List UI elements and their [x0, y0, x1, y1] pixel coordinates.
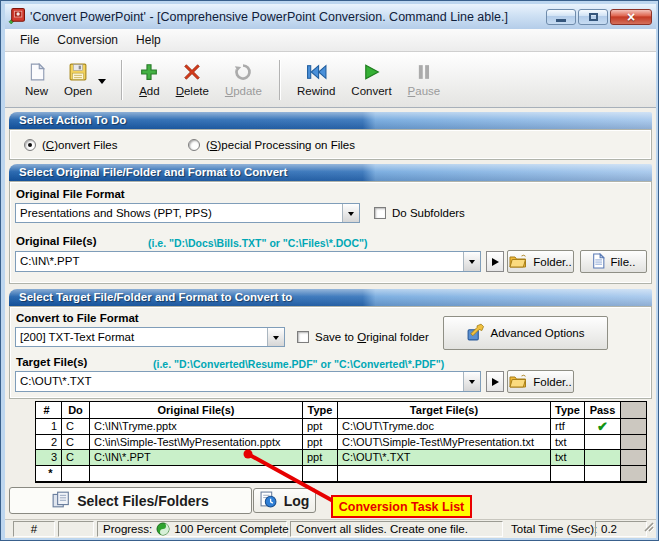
cell-pass[interactable] — [585, 450, 621, 466]
rewind-button-label: Rewind — [297, 85, 335, 97]
save-to-original-checkbox[interactable] — [297, 331, 309, 343]
play-icon — [492, 258, 499, 266]
cell-type1[interactable]: ppt — [303, 435, 338, 451]
add-button[interactable]: Add — [131, 59, 167, 100]
table-row-new[interactable]: * — [36, 466, 646, 482]
status-empty-panel — [58, 521, 94, 537]
status-hash-panel: # — [13, 521, 55, 537]
folder-icon — [509, 373, 527, 390]
delete-button-label: Delete — [176, 85, 209, 97]
original-format-dropdown-arrow[interactable] — [342, 204, 359, 222]
play-icon — [492, 378, 499, 386]
original-file-button[interactable]: File.. — [580, 250, 647, 273]
tab-log-label: Log — [284, 493, 310, 509]
resize-grip[interactable] — [642, 518, 654, 536]
target-format-value: [200] TXT-Text Format — [16, 328, 267, 346]
open-dropdown-arrow[interactable] — [98, 79, 106, 88]
grid-header-filler — [621, 402, 646, 419]
target-apply-button[interactable] — [486, 371, 504, 392]
cell-type1[interactable]: ppt — [303, 419, 338, 435]
cell-type2[interactable]: txt — [551, 435, 585, 451]
cell-original[interactable] — [90, 466, 303, 482]
original-format-combobox[interactable]: Presentations and Shows (PPT, PPS) — [15, 203, 360, 223]
delete-button[interactable]: Delete — [168, 59, 217, 100]
conversion-task-grid: # Do Original File(s) Type Target File(s… — [35, 401, 647, 483]
menu-help[interactable]: Help — [127, 30, 170, 50]
cell-original[interactable]: C:\IN\*.PPT — [90, 450, 303, 466]
maximize-button[interactable] — [578, 9, 608, 25]
open-floppy-icon — [69, 62, 87, 82]
convert-button[interactable]: Convert — [343, 59, 399, 100]
convert-files-radio[interactable] — [24, 139, 36, 151]
new-document-icon — [29, 62, 45, 82]
advanced-options-button-label: Advanced Options — [491, 327, 585, 339]
cell-do[interactable]: C — [62, 450, 90, 466]
minimize-button[interactable] — [546, 9, 576, 25]
file-icon — [592, 253, 605, 271]
original-files-value: C:\IN\*.PPT — [16, 252, 463, 271]
cell-original[interactable]: C:\IN\Tryme.pptx — [90, 419, 303, 435]
target-format-combobox[interactable]: [200] TXT-Text Format — [15, 327, 285, 347]
original-files-dropdown-arrow[interactable] — [463, 252, 480, 271]
new-button[interactable]: New — [17, 59, 56, 100]
close-button[interactable]: × — [610, 9, 652, 25]
cell-target[interactable]: C:\OUT\Simple-Test\MyPresentation.txt — [338, 435, 551, 451]
cell-target[interactable]: C:\OUT\Tryme.doc — [338, 419, 551, 435]
target-folder-button[interactable]: Folder.. — [507, 370, 574, 393]
cell-type2[interactable]: txt — [551, 450, 585, 466]
cell-target[interactable]: C:\OUT\*.TXT — [338, 450, 551, 466]
original-folder-button[interactable]: Folder.. — [507, 250, 574, 273]
table-row[interactable]: 1 C C:\IN\Tryme.pptx ppt C:\OUT\Tryme.do… — [36, 419, 646, 435]
pause-button[interactable]: Pause — [400, 59, 449, 100]
cell-num[interactable]: 2 — [36, 435, 62, 451]
total-time-value-panel: 0.2 — [595, 521, 647, 537]
target-files-combobox[interactable]: C:\OUT\*.TXT — [15, 371, 481, 392]
do-subfolders-checkbox[interactable] — [374, 207, 386, 219]
cell-type1[interactable] — [303, 466, 338, 482]
cell-target[interactable] — [338, 466, 551, 482]
section-header-action: Select Action To Do — [9, 112, 652, 129]
table-row-highlighted[interactable]: 3 C C:\IN\*.PPT ppt C:\OUT\*.TXT txt — [36, 450, 646, 466]
cell-type2[interactable]: rtf — [551, 419, 585, 435]
cell-do[interactable]: C — [62, 419, 90, 435]
tab-select-files-folders[interactable]: Select Files/Folders — [9, 487, 252, 514]
rewind-button[interactable]: Rewind — [289, 59, 343, 100]
advanced-options-button[interactable]: Advanced Options — [443, 316, 608, 350]
update-button[interactable]: Update — [217, 59, 270, 100]
open-button[interactable]: Open — [56, 59, 100, 100]
pause-icon — [416, 62, 432, 82]
cell-do[interactable] — [62, 466, 90, 482]
cell-num[interactable]: * — [36, 466, 62, 482]
table-row[interactable]: 2 C C:\in\Simple-Test\MyPresentation.ppt… — [36, 435, 646, 451]
menu-file[interactable]: File — [11, 30, 48, 50]
minimize-icon — [556, 19, 566, 22]
target-format-label: Convert to File Format — [16, 312, 139, 324]
target-files-dropdown-arrow[interactable] — [463, 372, 480, 391]
cell-do[interactable]: C — [62, 435, 90, 451]
target-format-dropdown-arrow[interactable] — [267, 328, 284, 346]
total-time-label: Total Time (Sec): — [511, 523, 597, 535]
conversion-task-list-callout: Conversion Task List — [331, 495, 472, 518]
menu-conversion[interactable]: Conversion — [48, 30, 127, 50]
cell-original[interactable]: C:\in\Simple-Test\MyPresentation.pptx — [90, 435, 303, 451]
cell-pass[interactable] — [585, 435, 621, 451]
grid-header-type2: Type — [551, 402, 585, 419]
original-apply-button[interactable] — [486, 251, 504, 272]
tab-log[interactable]: Log — [253, 488, 316, 513]
target-files-hint: (i.e. "D:\Converted\Resume.PDF" or "C:\C… — [153, 358, 444, 370]
original-file-button-label: File.. — [611, 256, 636, 268]
cell-type2[interactable] — [551, 466, 585, 482]
cell-pass[interactable] — [585, 466, 621, 482]
special-processing-radio[interactable] — [188, 139, 200, 151]
grid-header-num: # — [36, 402, 62, 419]
cell-num[interactable]: 3 — [36, 450, 62, 466]
rewind-icon — [306, 62, 327, 82]
original-files-combobox[interactable]: C:\IN\*.PPT — [15, 251, 481, 272]
close-icon: × — [627, 10, 635, 24]
cell-type1[interactable]: ppt — [303, 450, 338, 466]
cell-num[interactable]: 1 — [36, 419, 62, 435]
toolbar-separator — [279, 60, 280, 100]
delete-x-icon — [183, 62, 201, 82]
original-format-label: Original File Format — [16, 188, 125, 200]
grid-header-original: Original File(s) — [90, 402, 303, 419]
